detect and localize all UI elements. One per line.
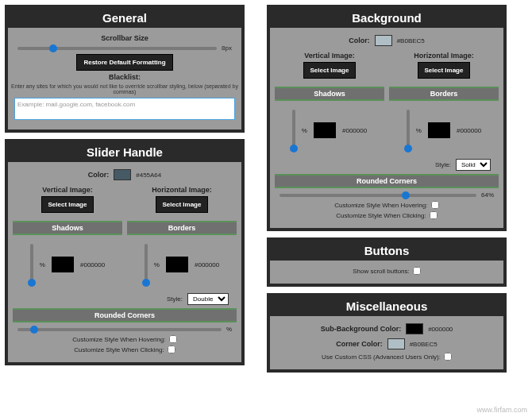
slider-color-label: Color: [88,171,110,179]
custom-css-label: Use Custom CSS (Advanced Users Only): [322,353,441,361]
bg-hover-checkbox[interactable] [431,201,439,209]
bg-border-style-select[interactable]: Solid [456,159,491,171]
background-panel: Background Color: #B0BEC5 Vertical Image… [267,5,507,231]
slider-color-swatch[interactable] [114,169,131,180]
bg-vimg-label: Vertical Image: [304,52,355,60]
slider-himg-label: Horizontal Image: [152,186,212,194]
scrollbar-size-value: 8px [222,44,232,52]
misc-title: Miscellaneous [270,296,503,316]
slider-border-style-select[interactable]: Double [187,293,229,305]
misc-panel: Miscellaneous Sub-Background Color:#0000… [267,293,507,373]
bg-himg-label: Horizontal Image: [414,52,474,60]
bg-vimg-button[interactable]: Select Image [303,62,357,79]
slider-vimg-button[interactable]: Select Image [41,196,94,213]
bg-borders-title: Borders [389,87,499,101]
subbg-swatch[interactable] [406,323,423,334]
scrollbar-size-label: Scrollbar Size [8,34,241,42]
general-title: General [8,8,241,28]
bg-shadows-title: Shadows [275,87,384,101]
bg-rounded-title: Rounded Corners [275,174,499,188]
slider-shadow-swatch[interactable] [52,257,74,272]
slider-rounded-title: Rounded Corners [13,308,237,322]
general-panel: General Scrollbar Size 8px Restore Defau… [5,5,245,133]
subbg-label: Sub-Background Color: [321,325,402,333]
slider-color-hex: #455A64 [136,172,161,179]
bg-shadow-opacity[interactable] [292,110,295,151]
restore-defaults-button[interactable]: Restore Default Formatting [76,54,172,71]
slider-handle-panel: Slider Handle Color: #455A64 Vertical Im… [5,139,245,365]
slider-shadow-opacity[interactable] [30,244,33,285]
slider-hover-checkbox[interactable] [169,335,177,343]
slider-click-label: Customize Style When Clicking: [74,346,164,353]
slider-click-checkbox[interactable] [168,346,175,353]
show-scroll-checkbox[interactable] [413,267,421,275]
background-title: Background [270,8,503,28]
slider-borders-title: Borders [127,221,237,235]
corner-label: Corner Color: [336,340,383,348]
bg-border-swatch[interactable] [428,122,450,138]
slider-border-swatch[interactable] [166,257,188,272]
buttons-panel: Buttons Show scroll buttons: [267,237,507,287]
blacklist-label: Blacklist: [8,73,241,81]
slider-hover-label: Customize Style When Hovering: [72,336,165,343]
blacklist-input[interactable]: Example: mail.google.com, facebook.com [14,98,235,120]
bg-border-opacity[interactable] [407,110,410,151]
show-scroll-label: Show scroll buttons: [353,268,410,275]
bg-color-hex: #B0BEC5 [397,37,425,44]
slider-vimg-label: Vertical Image: [42,186,93,194]
bg-rounded-value: 64% [481,191,494,199]
bg-color-label: Color: [349,37,370,44]
bg-click-label: Customize Style When Clicking: [336,212,426,219]
watermark: www.firfam.com [476,406,527,414]
bg-color-swatch[interactable] [375,35,392,46]
bg-rounded-slider[interactable] [279,194,476,197]
slider-title: Slider Handle [8,142,241,162]
bg-shadow-swatch[interactable] [314,122,336,138]
buttons-title: Buttons [270,241,503,261]
slider-shadows-title: Shadows [13,221,122,235]
bg-himg-button[interactable]: Select Image [418,62,471,79]
blacklist-help: Enter any sites for which you would not … [8,83,241,95]
bg-click-checkbox[interactable] [430,211,438,219]
custom-css-checkbox[interactable] [444,353,452,361]
scrollbar-size-slider[interactable] [17,47,217,50]
slider-himg-button[interactable]: Select Image [156,196,209,213]
corner-swatch[interactable] [387,338,405,349]
slider-border-opacity[interactable] [145,244,148,285]
bg-hover-label: Customize Style When Hovering: [334,202,427,209]
slider-rounded-slider[interactable] [17,328,222,331]
